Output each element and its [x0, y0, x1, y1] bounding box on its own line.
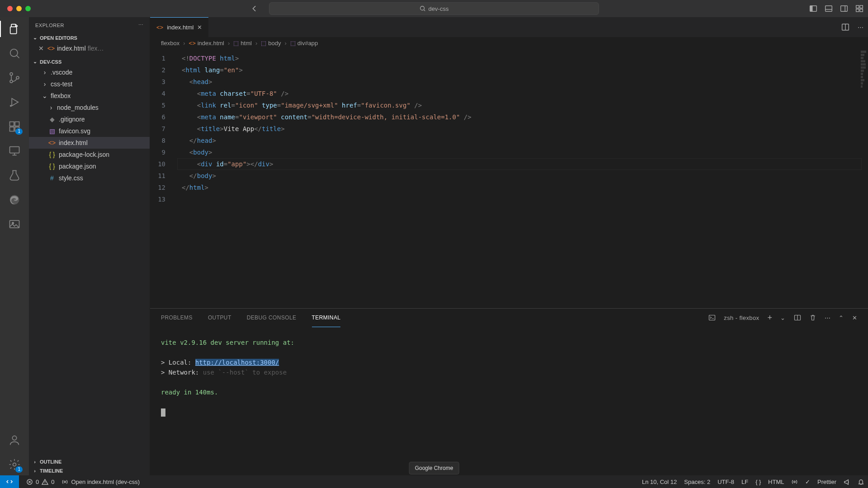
panel-tab-terminal[interactable]: TERMINAL [312, 309, 341, 327]
breadcrumbs[interactable]: flexbox›<> index.html›⬚ html›⬚ body›⬚ di… [150, 37, 868, 49]
status-notifications[interactable] [854, 475, 868, 488]
tree-folder[interactable]: ›node_modules [29, 102, 150, 113]
close-panel-icon[interactable]: ✕ [852, 314, 857, 321]
new-terminal-icon[interactable]: + [767, 313, 772, 323]
explorer-sidebar: EXPLORER ⋯ ⌄ OPEN EDITORS ✕<>index.html … [29, 17, 150, 475]
toggle-secondary-sidebar-icon[interactable] [840, 5, 848, 13]
open-editors-header[interactable]: ⌄ OPEN EDITORS [29, 33, 150, 42]
folder-name: .vscode [51, 69, 72, 76]
close-icon[interactable]: ✕ [37, 45, 45, 52]
tree-file[interactable]: <>index.html [29, 137, 150, 149]
breadcrumb-item[interactable]: flexbox [161, 40, 179, 47]
status-go-live[interactable] [788, 475, 802, 488]
chevron-down-icon: ⌄ [32, 59, 38, 65]
terminal-link[interactable]: http://localhost:3000/ [195, 359, 279, 366]
tree-file[interactable]: { }package-lock.json [29, 149, 150, 160]
file-icon-html: <> [156, 24, 163, 31]
badge: 1 [15, 128, 23, 135]
maximize-panel-icon[interactable]: ⌃ [839, 314, 844, 321]
activity-edge[interactable] [7, 192, 22, 207]
activity-source-control[interactable] [7, 70, 22, 85]
zoom-window-button[interactable] [25, 6, 31, 11]
breadcrumb-item[interactable]: ⬚ body [261, 40, 281, 47]
code-editor[interactable]: 12345678910111213 <!DOCTYPE html><html l… [150, 49, 868, 308]
remote-indicator[interactable] [0, 475, 19, 488]
breadcrumb-separator: › [183, 40, 185, 47]
svg-rect-19 [10, 147, 19, 153]
toggle-primary-sidebar-icon[interactable] [809, 5, 817, 13]
breadcrumb-item[interactable]: <> index.html [189, 40, 224, 47]
file-name: .gitignore [59, 116, 85, 123]
activity-run-debug[interactable] [7, 95, 22, 109]
close-icon[interactable]: ✕ [197, 24, 202, 31]
activity-remote-explorer[interactable] [7, 144, 22, 158]
svg-rect-4 [841, 6, 848, 11]
title-bar: dev-css [0, 0, 868, 17]
status-indent[interactable]: Spaces: 2 [680, 475, 714, 488]
tree-folder[interactable]: ›.vscode [29, 66, 150, 78]
activity-accounts[interactable] [7, 433, 22, 447]
chevron-right-icon: › [48, 104, 54, 111]
terminal-shell-label[interactable]: zsh - flexbox [724, 314, 759, 321]
terminal-dropdown-icon[interactable]: ⌄ [780, 314, 785, 321]
activity-explorer[interactable] [7, 22, 22, 36]
split-editor-icon[interactable] [841, 23, 849, 31]
activity-extensions[interactable]: 1 [7, 119, 22, 134]
status-encoding[interactable]: UTF-8 [714, 475, 738, 488]
nav-back-icon[interactable] [251, 5, 259, 13]
open-editor-item[interactable]: ✕<>index.html flex… [29, 42, 150, 54]
tree-folder[interactable]: ⌄flexbox [29, 90, 150, 102]
timeline-header[interactable]: › TIMELINE [29, 466, 150, 475]
tree-file[interactable]: ◆.gitignore [29, 113, 150, 125]
badge: 1 [15, 466, 23, 473]
toggle-panel-icon[interactable] [825, 5, 833, 13]
status-language[interactable]: { } HTML [752, 475, 788, 488]
bell-icon [858, 479, 864, 485]
chevron-right-icon: › [32, 459, 38, 465]
activity-settings[interactable]: 1 [7, 457, 22, 472]
status-feedback[interactable] [840, 475, 854, 488]
command-center[interactable]: dev-css [269, 2, 599, 15]
minimize-window-button[interactable] [16, 6, 22, 11]
minimap[interactable] [861, 51, 866, 118]
svg-point-24 [13, 463, 16, 466]
panel-tab-problems[interactable]: PROBLEMS [161, 309, 193, 327]
outline-header[interactable]: › OUTLINE [29, 457, 150, 466]
activity-testing[interactable] [7, 168, 22, 183]
svg-point-29 [64, 481, 66, 483]
broadcast-icon [791, 479, 798, 485]
file-icon-git: ◆ [48, 116, 56, 123]
activity-image-preview[interactable] [7, 217, 22, 231]
more-icon[interactable]: ⋯ [858, 23, 863, 31]
more-icon[interactable]: ⋯ [138, 22, 144, 28]
split-terminal-icon[interactable] [794, 314, 801, 321]
status-cursor[interactable]: Ln 10, Col 12 [638, 475, 680, 488]
breadcrumb-item[interactable]: ⬚ div#app [290, 40, 318, 47]
panel-tab-debug[interactable]: DEBUG CONSOLE [247, 309, 297, 327]
status-prettier[interactable]: ✓ Prettier [802, 475, 840, 488]
warning-icon [42, 479, 48, 485]
workspace-header[interactable]: ⌄ DEV-CSS [29, 57, 150, 66]
customize-layout-icon[interactable] [855, 5, 863, 13]
tree-file[interactable]: { }package.json [29, 160, 150, 172]
tree-file[interactable]: #style.css [29, 172, 150, 184]
editor-tab[interactable]: <> index.html ✕ [150, 17, 208, 37]
panel-tab-output[interactable]: OUTPUT [208, 309, 231, 327]
close-window-button[interactable] [7, 6, 13, 11]
svg-rect-26 [709, 315, 715, 320]
kill-terminal-icon[interactable] [809, 314, 816, 321]
status-live-server[interactable]: Open index.html (dev-css) [58, 475, 143, 488]
status-eol[interactable]: LF [738, 475, 752, 488]
tree-file[interactable]: ▧favicon.svg [29, 125, 150, 137]
editor-area: <> index.html ✕ ⋯ flexbox›<> index.html›… [150, 17, 868, 475]
tree-folder[interactable]: ›css-test [29, 78, 150, 90]
terminal-line: vite v2.9.16 dev server running at: [161, 339, 294, 346]
breadcrumb-item[interactable]: ⬚ html [233, 40, 252, 47]
chevron-down-icon: ⌄ [42, 92, 48, 99]
check-icon: ✓ [805, 479, 810, 485]
terminal-body[interactable]: vite v2.9.16 dev server running at: > Lo… [150, 327, 868, 475]
svg-rect-16 [10, 127, 14, 131]
activity-search[interactable] [7, 46, 22, 61]
status-problems[interactable]: 0 0 [23, 475, 58, 488]
more-icon[interactable]: ⋯ [825, 314, 830, 321]
